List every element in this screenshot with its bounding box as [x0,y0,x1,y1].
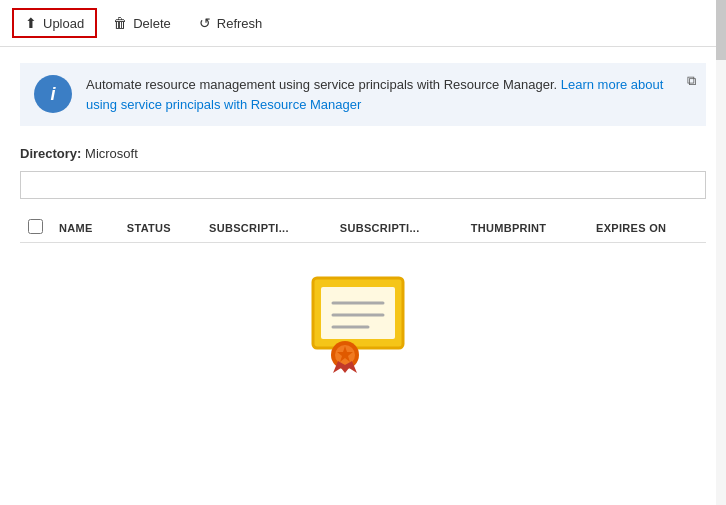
scrollbar-thumb[interactable] [716,0,726,60]
col-subscripti1: SUBSCRIPTI... [201,213,332,243]
select-all-col [20,213,51,243]
delete-icon: 🗑 [113,15,127,31]
col-expires-on: EXPIRES ON [588,213,706,243]
info-banner: i Automate resource management using ser… [20,63,706,126]
refresh-icon: ↺ [199,15,211,31]
info-text: Automate resource management using servi… [86,75,692,114]
svg-rect-1 [321,287,395,339]
col-name: NAME [51,213,119,243]
upload-icon: ⬆ [25,15,37,31]
certificate-illustration [303,273,423,373]
upload-label: Upload [43,16,84,31]
main-content: i Automate resource management using ser… [0,47,726,497]
directory-line: Directory: Microsoft [20,146,706,161]
table-header-row: NAME STATUS SUBSCRIPTI... SUBSCRIPTI... … [20,213,706,243]
col-thumbprint: THUMBPRINT [463,213,588,243]
refresh-label: Refresh [217,16,263,31]
scrollbar-track [716,0,726,505]
refresh-button[interactable]: ↺ Refresh [187,9,275,37]
select-all-checkbox[interactable] [28,219,43,234]
directory-name: Microsoft [85,146,138,161]
info-text-part1: Automate resource management using servi… [86,77,561,92]
empty-state [20,243,706,373]
info-icon: i [34,75,72,113]
col-subscripti2: SUBSCRIPTI... [332,213,463,243]
search-input[interactable] [20,171,706,199]
certificates-table: NAME STATUS SUBSCRIPTI... SUBSCRIPTI... … [20,213,706,243]
directory-label: Directory: [20,146,81,161]
upload-button[interactable]: ⬆ Upload [12,8,97,38]
delete-label: Delete [133,16,171,31]
toolbar: ⬆ Upload 🗑 Delete ↺ Refresh [0,0,726,47]
col-status: STATUS [119,213,201,243]
external-link-icon[interactable]: ⧉ [687,73,696,89]
delete-button[interactable]: 🗑 Delete [101,9,183,37]
